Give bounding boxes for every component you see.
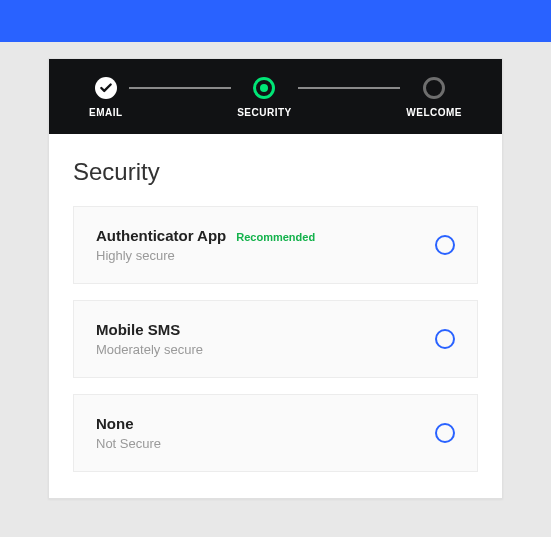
option-title: None bbox=[96, 415, 134, 432]
active-step-icon bbox=[253, 77, 275, 99]
radio-icon[interactable] bbox=[435, 235, 455, 255]
radio-icon[interactable] bbox=[435, 329, 455, 349]
option-subtitle: Highly secure bbox=[96, 248, 435, 263]
step-label: EMAIL bbox=[89, 107, 123, 118]
step-email: EMAIL bbox=[89, 77, 123, 118]
page-title: Security bbox=[73, 158, 478, 186]
option-title: Authenticator App bbox=[96, 227, 226, 244]
step-security: SECURITY bbox=[237, 77, 292, 118]
option-authenticator-app[interactable]: Authenticator App Recommended Highly sec… bbox=[73, 206, 478, 284]
option-title: Mobile SMS bbox=[96, 321, 180, 338]
top-bar bbox=[0, 0, 551, 42]
radio-icon[interactable] bbox=[435, 423, 455, 443]
step-label: SECURITY bbox=[237, 107, 292, 118]
step-welcome: WELCOME bbox=[406, 77, 462, 118]
check-icon bbox=[95, 77, 117, 99]
option-mobile-sms[interactable]: Mobile SMS Moderately secure bbox=[73, 300, 478, 378]
step-label: WELCOME bbox=[406, 107, 462, 118]
step-connector bbox=[298, 87, 401, 89]
content: Security Authenticator App Recommended H… bbox=[49, 134, 502, 498]
stepper: EMAIL SECURITY WELCOME bbox=[49, 59, 502, 134]
option-text: Mobile SMS Moderately secure bbox=[96, 321, 435, 357]
option-text: Authenticator App Recommended Highly sec… bbox=[96, 227, 435, 263]
step-connector bbox=[129, 87, 232, 89]
option-none[interactable]: None Not Secure bbox=[73, 394, 478, 472]
option-subtitle: Moderately secure bbox=[96, 342, 435, 357]
option-text: None Not Secure bbox=[96, 415, 435, 451]
upcoming-step-icon bbox=[423, 77, 445, 99]
recommended-badge: Recommended bbox=[236, 231, 315, 243]
security-card: EMAIL SECURITY WELCOME Security Authenti… bbox=[48, 58, 503, 499]
option-subtitle: Not Secure bbox=[96, 436, 435, 451]
